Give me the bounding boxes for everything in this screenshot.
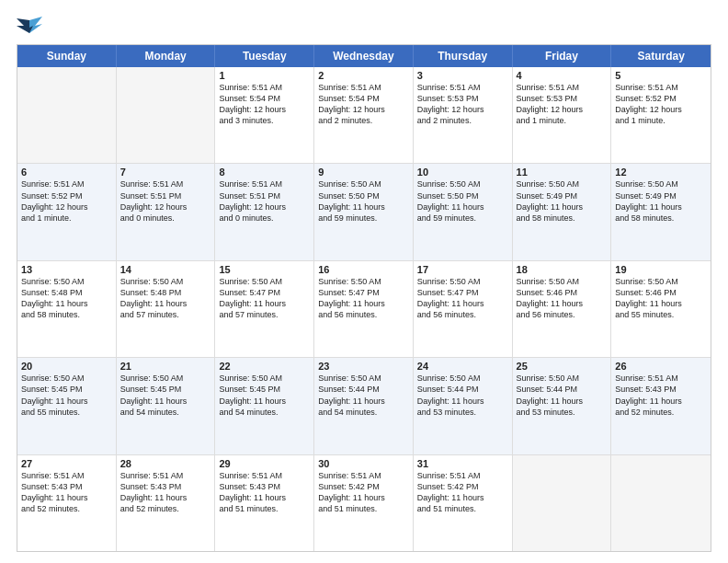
calendar-cell: 25Sunrise: 5:50 AMSunset: 5:44 PMDayligh… xyxy=(513,358,612,454)
calendar-cell xyxy=(17,67,117,163)
col-header-sunday: Sunday xyxy=(17,45,117,67)
day-number: 31 xyxy=(417,458,508,469)
cell-info-line: and 57 minutes. xyxy=(120,309,211,320)
calendar-cell: 12Sunrise: 5:50 AMSunset: 5:49 PMDayligh… xyxy=(611,164,711,259)
cell-info-line: Sunrise: 5:51 AM xyxy=(615,82,707,93)
day-number: 12 xyxy=(615,167,707,178)
day-number: 15 xyxy=(219,264,310,275)
cell-info-line: Daylight: 11 hours xyxy=(615,396,707,407)
cell-info-line: and 54 minutes. xyxy=(120,407,211,418)
calendar-row-5: 27Sunrise: 5:51 AMSunset: 5:43 PMDayligh… xyxy=(17,454,711,551)
cell-info-line: Sunset: 5:49 PM xyxy=(517,190,608,201)
cell-info-line: Sunrise: 5:50 AM xyxy=(517,178,608,190)
calendar-cell: 17Sunrise: 5:50 AMSunset: 5:47 PMDayligh… xyxy=(414,261,513,357)
cell-info-line: Sunset: 5:52 PM xyxy=(21,190,112,201)
cell-info-line: Sunset: 5:42 PM xyxy=(417,481,508,492)
cell-info-line: and 56 minutes. xyxy=(417,309,508,320)
cell-info-line: and 52 minutes. xyxy=(21,503,112,514)
calendar-cell: 16Sunrise: 5:50 AMSunset: 5:47 PMDayligh… xyxy=(314,261,414,357)
cell-info-line: Sunrise: 5:51 AM xyxy=(417,470,508,481)
day-number: 20 xyxy=(21,361,112,372)
cell-info-line: Sunset: 5:47 PM xyxy=(219,287,310,298)
calendar-cell: 24Sunrise: 5:50 AMSunset: 5:44 PMDayligh… xyxy=(414,358,513,454)
cell-info-line: and 51 minutes. xyxy=(417,503,508,514)
calendar-cell: 6Sunrise: 5:51 AMSunset: 5:52 PMDaylight… xyxy=(17,164,117,259)
cell-info-line: Sunset: 5:52 PM xyxy=(615,93,707,104)
cell-info-line: Sunrise: 5:51 AM xyxy=(517,82,608,93)
cell-info-line: and 56 minutes. xyxy=(318,309,409,320)
calendar-row-2: 6Sunrise: 5:51 AMSunset: 5:52 PMDaylight… xyxy=(17,163,711,259)
day-number: 26 xyxy=(615,361,707,372)
cell-info-line: and 2 minutes. xyxy=(318,115,409,126)
cell-info-line: Sunset: 5:44 PM xyxy=(417,384,508,395)
cell-info-line: and 58 minutes. xyxy=(615,213,707,224)
cell-info-line: Sunrise: 5:50 AM xyxy=(615,276,707,287)
cell-info-line: and 58 minutes. xyxy=(517,213,608,224)
cell-info-line: Daylight: 11 hours xyxy=(120,298,211,309)
day-number: 13 xyxy=(21,264,112,275)
calendar-cell xyxy=(513,455,612,551)
cell-info-line: Sunset: 5:42 PM xyxy=(318,481,409,492)
cell-info-line: Sunset: 5:53 PM xyxy=(417,93,508,104)
cell-info-line: and 54 minutes. xyxy=(318,407,409,418)
calendar-cell: 11Sunrise: 5:50 AMSunset: 5:49 PMDayligh… xyxy=(513,164,612,259)
cell-info-line: and 53 minutes. xyxy=(417,407,508,418)
cell-info-line: Daylight: 12 hours xyxy=(417,104,508,115)
day-number: 19 xyxy=(615,264,707,275)
calendar-cell: 21Sunrise: 5:50 AMSunset: 5:45 PMDayligh… xyxy=(117,358,216,454)
cell-info-line: Sunrise: 5:50 AM xyxy=(120,276,211,287)
cell-info-line: Daylight: 11 hours xyxy=(417,492,508,503)
cell-info-line: and 51 minutes. xyxy=(219,503,310,514)
cell-info-line: Daylight: 11 hours xyxy=(417,298,508,309)
day-number: 11 xyxy=(517,167,608,178)
day-number: 30 xyxy=(318,458,409,469)
cell-info-line: Sunset: 5:49 PM xyxy=(615,190,707,201)
cell-info-line: Daylight: 11 hours xyxy=(318,201,409,213)
cell-info-line: Sunrise: 5:50 AM xyxy=(517,276,608,287)
calendar-cell: 1Sunrise: 5:51 AMSunset: 5:54 PMDaylight… xyxy=(215,67,314,163)
cell-info-line: Sunset: 5:51 PM xyxy=(120,190,211,201)
calendar-cell: 27Sunrise: 5:51 AMSunset: 5:43 PMDayligh… xyxy=(17,455,117,551)
cell-info-line: Sunrise: 5:51 AM xyxy=(21,470,112,481)
day-number: 2 xyxy=(318,70,409,81)
calendar-cell: 29Sunrise: 5:51 AMSunset: 5:43 PMDayligh… xyxy=(215,455,314,551)
cell-info-line: Daylight: 12 hours xyxy=(318,104,409,115)
cell-info-line: Sunrise: 5:50 AM xyxy=(219,373,310,384)
cell-info-line: Sunset: 5:47 PM xyxy=(318,287,409,298)
cell-info-line: and 57 minutes. xyxy=(219,309,310,320)
calendar-cell: 26Sunrise: 5:51 AMSunset: 5:43 PMDayligh… xyxy=(611,358,711,454)
day-number: 14 xyxy=(120,264,211,275)
calendar-cell: 4Sunrise: 5:51 AMSunset: 5:53 PMDaylight… xyxy=(513,67,612,163)
cell-info-line: Sunrise: 5:50 AM xyxy=(21,276,112,287)
cell-info-line: Daylight: 12 hours xyxy=(120,201,211,213)
day-number: 9 xyxy=(318,167,409,178)
calendar-cell: 5Sunrise: 5:51 AMSunset: 5:52 PMDaylight… xyxy=(611,67,711,163)
cell-info-line: and 55 minutes. xyxy=(615,309,707,320)
cell-info-line: Daylight: 11 hours xyxy=(120,492,211,503)
calendar-cell: 7Sunrise: 5:51 AMSunset: 5:51 PMDaylight… xyxy=(117,164,216,259)
cell-info-line: Sunrise: 5:50 AM xyxy=(318,276,409,287)
cell-info-line: Daylight: 12 hours xyxy=(21,201,112,213)
cell-info-line: and 51 minutes. xyxy=(318,503,409,514)
cell-info-line: Daylight: 11 hours xyxy=(21,298,112,309)
cell-info-line: Sunrise: 5:50 AM xyxy=(517,373,608,384)
cell-info-line: Sunrise: 5:51 AM xyxy=(21,178,112,190)
cell-info-line: and 55 minutes. xyxy=(21,407,112,418)
day-number: 4 xyxy=(517,70,608,81)
calendar-cell: 10Sunrise: 5:50 AMSunset: 5:50 PMDayligh… xyxy=(414,164,513,259)
calendar-row-1: 1Sunrise: 5:51 AMSunset: 5:54 PMDaylight… xyxy=(17,67,711,163)
cell-info-line: Daylight: 11 hours xyxy=(318,396,409,407)
cell-info-line: Daylight: 11 hours xyxy=(517,201,608,213)
cell-info-line: Sunrise: 5:51 AM xyxy=(120,178,211,190)
cell-info-line: Daylight: 11 hours xyxy=(517,396,608,407)
calendar-cell: 18Sunrise: 5:50 AMSunset: 5:46 PMDayligh… xyxy=(513,261,612,357)
day-number: 8 xyxy=(219,167,310,178)
calendar-cell xyxy=(117,67,216,163)
calendar-cell xyxy=(611,455,711,551)
cell-info-line: Sunset: 5:44 PM xyxy=(318,384,409,395)
cell-info-line: Daylight: 11 hours xyxy=(417,201,508,213)
cell-info-line: Daylight: 12 hours xyxy=(219,201,310,213)
cell-info-line: Daylight: 12 hours xyxy=(517,104,608,115)
day-number: 5 xyxy=(615,70,707,81)
cell-info-line: Sunset: 5:48 PM xyxy=(21,287,112,298)
